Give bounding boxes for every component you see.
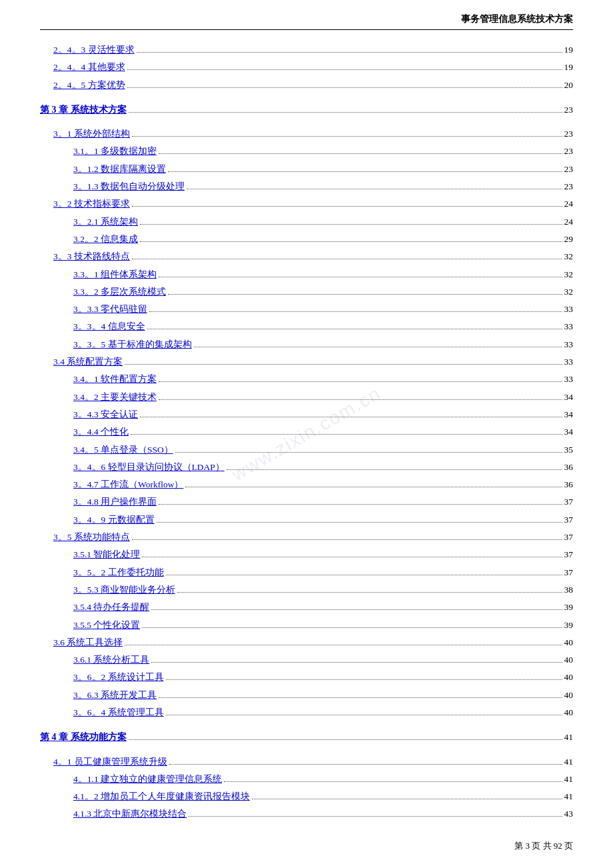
toc-entry[interactable]: 3.3。2 多层次系统模式32 — [73, 284, 573, 300]
toc-link[interactable]: 3。3。5 基于标准的集成架构 — [73, 337, 192, 353]
toc-entry[interactable]: 3.5.4 待办任务提醒39 — [73, 599, 573, 615]
toc-link[interactable]: 3.6.1 系统分析工具 — [73, 652, 149, 668]
toc-link[interactable]: 4。1.1 建立独立的健康管理信息系统 — [73, 771, 222, 787]
toc-link[interactable]: 3。2 技术指标要求 — [53, 196, 130, 212]
toc-link[interactable]: 3。4。9 元数据配置 — [73, 512, 155, 528]
toc-link[interactable]: 4.1。2 增加员工个人年度健康资讯报告模块 — [73, 789, 250, 805]
toc-page-number: 37 — [564, 512, 574, 528]
toc-link[interactable]: 3。4.8 用户操作界面 — [73, 494, 157, 510]
toc-entry[interactable]: 3.4。2 主要关键技术34 — [73, 389, 573, 405]
toc-entry[interactable]: 3。4.8 用户操作界面37 — [73, 494, 573, 510]
toc-link[interactable]: 3。4.3 安全认证 — [73, 407, 138, 423]
toc-entry[interactable]: 3.6 系统工具选择40 — [53, 635, 573, 651]
toc-link[interactable]: 3。4.4 个性化 — [73, 424, 129, 440]
toc-entry[interactable]: 3。5 系统功能特点37 — [53, 529, 573, 545]
toc-entry[interactable]: 3。1 系统外部结构23 — [53, 126, 573, 142]
toc-link[interactable]: 3.4 系统配置方案 — [53, 354, 123, 370]
toc-page-number: 34 — [564, 424, 574, 440]
toc-entry[interactable]: 3。6。2 系统设计工具40 — [73, 669, 573, 685]
toc-entry[interactable]: 3.2。2 信息集成29 — [73, 231, 573, 247]
toc-link[interactable]: 3。1 系统外部结构 — [53, 126, 130, 142]
toc-link[interactable]: 3.4。2 主要关键技术 — [73, 389, 157, 405]
toc-entry[interactable]: 3。2.1 系统架构24 — [73, 214, 573, 230]
toc-entry[interactable]: 3.4。5 单点登录（SSO）35 — [73, 442, 573, 458]
toc-entry[interactable]: 3。4。6 轻型目录访问协议（LDAP）36 — [73, 459, 573, 475]
toc-entry[interactable]: 3.4。1 软件配置方案33 — [73, 371, 573, 387]
toc-link[interactable]: 4.1.3 北京中新惠尔模块结合 — [73, 806, 187, 822]
toc-link[interactable]: 第 3 章 系统技术方案 — [40, 101, 127, 118]
toc-link[interactable]: 3.3。2 多层次系统模式 — [73, 284, 166, 300]
toc-entry[interactable]: 3。1.2 数据库隔离设置23 — [73, 161, 573, 177]
toc-link[interactable]: 2。4。5 方案优势 — [53, 77, 125, 93]
toc-entry[interactable]: 3。4.7 工作流（Workflow）36 — [73, 477, 573, 493]
toc-page-number: 37 — [564, 494, 574, 510]
toc-link[interactable]: 3。1.2 数据库隔离设置 — [73, 161, 166, 177]
toc-entry[interactable]: 3。4。9 元数据配置37 — [73, 512, 573, 528]
toc-entry[interactable]: 3。6。4 系统管理工具40 — [73, 705, 573, 721]
toc-entry[interactable]: 4。1.1 建立独立的健康管理信息系统41 — [73, 771, 573, 787]
toc-entry[interactable]: 3。5。2 工作委托功能37 — [73, 565, 573, 581]
toc-link[interactable]: 3.4。1 软件配置方案 — [73, 371, 157, 387]
toc-page-number: 33 — [564, 371, 574, 387]
toc-entry[interactable]: 4.1.3 北京中新惠尔模块结合43 — [73, 806, 573, 822]
toc-entry[interactable]: 3。3.3 零代码驻留33 — [73, 301, 573, 317]
toc-entry[interactable]: 3。1.3 数据包自动分级处理23 — [73, 179, 573, 195]
toc-link[interactable]: 3。6。2 系统设计工具 — [73, 669, 164, 685]
toc-link[interactable]: 3.5.5 个性化设置 — [73, 617, 140, 633]
toc-page-number: 37 — [564, 565, 574, 581]
toc-entry[interactable]: 3.1。1 多级数据加密23 — [73, 143, 573, 159]
toc-entry[interactable]: 4。1 员工健康管理系统升级41 — [53, 754, 573, 770]
toc-page-number: 20 — [564, 77, 574, 93]
toc-dots — [129, 112, 562, 113]
toc-link[interactable]: 3。5。2 工作委托功能 — [73, 565, 164, 581]
toc-link[interactable]: 3.2。2 信息集成 — [73, 231, 138, 247]
toc-entry[interactable]: 2。4。3 灵活性要求19 — [53, 42, 573, 58]
toc-entry[interactable]: 2。4。5 方案优势20 — [53, 77, 573, 93]
toc-link[interactable]: 3。2.1 系统架构 — [73, 214, 138, 230]
toc-entry[interactable]: 3。6.3 系统开发工具40 — [73, 687, 573, 703]
toc-entry[interactable]: 3.6.1 系统分析工具40 — [73, 652, 573, 668]
toc-entry[interactable]: 第 4 章 系统功能方案41 — [40, 729, 573, 745]
toc-link[interactable]: 3。3 技术路线特点 — [53, 249, 130, 265]
toc-link[interactable]: 3。6.3 系统开发工具 — [73, 687, 157, 703]
toc-entry[interactable]: 3。3 技术路线特点32 — [53, 249, 573, 265]
toc-link[interactable]: 3。4.7 工作流（Workflow） — [73, 477, 183, 493]
toc-entry[interactable]: 3。4.3 安全认证34 — [73, 407, 573, 423]
toc-entry[interactable]: 第 3 章 系统技术方案23 — [40, 101, 573, 118]
toc-dots — [125, 645, 562, 645]
toc-link[interactable]: 3.3。1 组件体系架构 — [73, 267, 157, 283]
toc-link[interactable]: 2。4。3 灵活性要求 — [53, 42, 135, 58]
toc-link[interactable]: 3。5 系统功能特点 — [53, 529, 130, 545]
toc-entry[interactable]: 3.3。1 组件体系架构32 — [73, 267, 573, 283]
toc-link[interactable]: 3。5.3 商业智能业务分析 — [73, 582, 175, 598]
toc-entry[interactable]: 3。2 技术指标要求24 — [53, 196, 573, 212]
toc-link[interactable]: 3。3.3 零代码驻留 — [73, 301, 147, 317]
toc-entry[interactable]: 3.5.1 智能化处理37 — [73, 547, 573, 563]
toc-link[interactable]: 第 4 章 系统功能方案 — [40, 729, 127, 745]
toc-link[interactable]: 3.4。5 单点登录（SSO） — [73, 442, 173, 458]
toc-link[interactable]: 3.5.4 待办任务提醒 — [73, 599, 149, 615]
toc-link[interactable]: 4。1 员工健康管理系统升级 — [53, 754, 167, 770]
toc-link[interactable]: 3。4。6 轻型目录访问协议（LDAP） — [73, 459, 225, 475]
toc-entry[interactable]: 3.5.5 个性化设置39 — [73, 617, 573, 633]
toc-dots — [151, 609, 562, 610]
toc-entry[interactable]: 3。4.4 个性化34 — [73, 424, 573, 440]
toc-link[interactable]: 3.5.1 智能化处理 — [73, 547, 140, 563]
toc-dots — [132, 206, 562, 207]
toc-link[interactable]: 3.1。1 多级数据加密 — [73, 143, 157, 159]
toc-entry[interactable]: 3.4 系统配置方案33 — [53, 354, 573, 370]
toc-link[interactable]: 3。1.3 数据包自动分级处理 — [73, 179, 185, 195]
toc-link[interactable]: 3。6。4 系统管理工具 — [73, 705, 164, 721]
toc-entry[interactable]: 3。3。4 信息安全33 — [73, 319, 573, 335]
toc-page-number: 36 — [564, 459, 574, 475]
toc-page-number: 29 — [564, 231, 574, 247]
toc-link[interactable]: 3.6 系统工具选择 — [53, 635, 123, 651]
toc-entry[interactable]: 2。4。4 其他要求19 — [53, 59, 573, 75]
toc-entry[interactable]: 3。3。5 基于标准的集成架构33 — [73, 337, 573, 353]
toc-dots — [175, 452, 562, 453]
toc-dots — [140, 224, 562, 225]
toc-entry[interactable]: 3。5.3 商业智能业务分析38 — [73, 582, 573, 598]
toc-entry[interactable]: 4.1。2 增加员工个人年度健康资讯报告模块41 — [73, 789, 573, 805]
toc-link[interactable]: 2。4。4 其他要求 — [53, 59, 125, 75]
toc-link[interactable]: 3。3。4 信息安全 — [73, 319, 145, 335]
